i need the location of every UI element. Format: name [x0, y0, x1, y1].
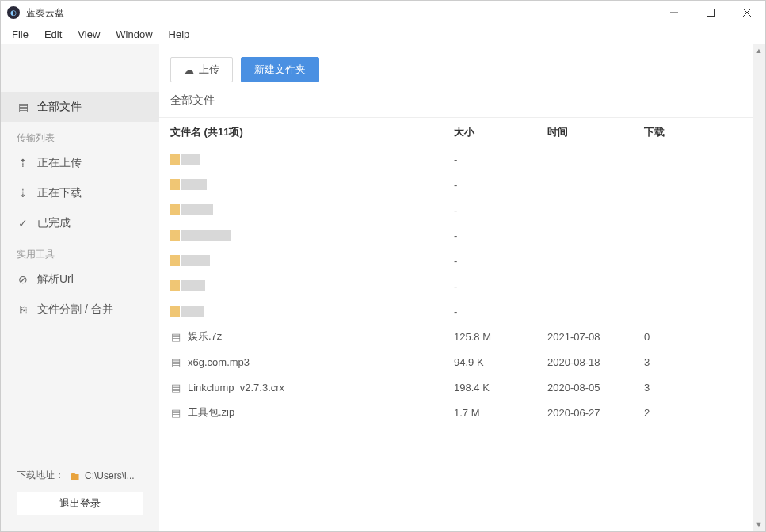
cell-download: 0 — [644, 331, 765, 343]
upload-icon: ⇡ — [17, 157, 29, 169]
cell-size: 1.7 M — [454, 407, 547, 419]
menu-view[interactable]: View — [70, 27, 108, 42]
cell-time: 2021-07-08 — [547, 331, 644, 343]
col-header-time[interactable]: 时间 — [547, 125, 644, 139]
app-icon: ◐ — [7, 6, 20, 19]
breadcrumb[interactable]: 全部文件 — [159, 90, 765, 117]
cell-name: x6g.com.mp3 — [188, 356, 250, 368]
cell-download: 3 — [644, 356, 765, 368]
upload-button[interactable]: ☁ 上传 — [170, 57, 233, 82]
cell-size: - — [454, 230, 547, 241]
file-icon: ▤ — [170, 382, 181, 393]
cloud-upload-icon: ☁ — [184, 64, 194, 76]
sidebar-item-uploading[interactable]: ⇡ 正在上传 — [1, 148, 159, 178]
sidebar: ▤ 全部文件 传输列表 ⇡ 正在上传 ⇣ 正在下载 ✓ 已完成 实用工具 ⊘ 解… — [1, 44, 159, 531]
sidebar-item-label: 全部文件 — [37, 100, 82, 114]
blurred-filename — [170, 154, 200, 165]
blurred-filename — [170, 306, 204, 317]
window-title: 蓝奏云盘 — [26, 6, 64, 20]
vertical-scrollbar[interactable]: ▲ ▼ — [753, 44, 765, 531]
table-row[interactable]: - — [159, 222, 765, 248]
link-icon: ⊘ — [17, 273, 29, 286]
table-row[interactable]: - — [159, 146, 765, 172]
menu-edit[interactable]: Edit — [36, 27, 70, 42]
split-icon: ⎘ — [17, 303, 29, 316]
menubar: File Edit View Window Help — [1, 25, 765, 44]
minimize-button[interactable] — [656, 1, 692, 25]
cell-download: 3 — [644, 382, 765, 393]
sidebar-item-parse-url[interactable]: ⊘ 解析Url — [1, 264, 159, 294]
download-icon: ⇣ — [17, 187, 29, 200]
col-header-size[interactable]: 大小 — [454, 125, 547, 139]
cell-size: - — [454, 255, 547, 267]
logout-button[interactable]: 退出登录 — [17, 492, 143, 515]
upload-button-label: 上传 — [199, 63, 219, 77]
sidebar-section-transfer: 传输列表 — [1, 122, 159, 148]
sidebar-item-label: 正在上传 — [37, 156, 82, 170]
maximize-button[interactable] — [692, 1, 729, 25]
check-icon: ✓ — [17, 217, 29, 230]
col-header-download[interactable]: 下载 — [644, 125, 765, 139]
table-row[interactable]: - — [159, 197, 765, 222]
blurred-filename — [170, 230, 231, 241]
table-header: 文件名 (共11项) 大小 时间 下载 — [159, 118, 765, 146]
blurred-filename — [170, 204, 213, 215]
table-row[interactable]: ▤娱乐.7z125.8 M2021-07-080 — [159, 324, 765, 349]
cell-size: 198.4 K — [454, 382, 547, 393]
table-row[interactable]: - — [159, 298, 765, 324]
cell-size: - — [454, 280, 547, 292]
titlebar: ◐ 蓝奏云盘 — [1, 1, 765, 25]
menu-help[interactable]: Help — [161, 27, 198, 42]
table-row[interactable]: - — [159, 273, 765, 298]
blurred-filename — [170, 255, 210, 266]
content-area: ☁ 上传 新建文件夹 全部文件 文件名 (共11项) 大小 时间 下载 ----… — [159, 44, 765, 531]
menu-file[interactable]: File — [4, 27, 36, 42]
cell-size: - — [454, 204, 547, 216]
cell-size: - — [454, 154, 547, 165]
sidebar-item-label: 解析Url — [37, 272, 74, 287]
file-icon: ▤ — [170, 356, 181, 368]
scroll-down-icon[interactable]: ▼ — [753, 519, 765, 531]
cell-time: 2020-06-27 — [547, 407, 644, 419]
sidebar-item-file-split[interactable]: ⎘ 文件分割 / 合并 — [1, 294, 159, 325]
folder-icon: ▤ — [17, 101, 29, 113]
blurred-filename — [170, 179, 207, 190]
download-path-label: 下载地址： — [17, 469, 64, 482]
table-row[interactable]: ▤Linkclump_v2.7.3.crx198.4 K2020-08-053 — [159, 374, 765, 400]
scroll-up-icon[interactable]: ▲ — [753, 44, 765, 57]
folder-icon: 🖿 — [69, 469, 80, 482]
close-button[interactable] — [729, 1, 765, 25]
cell-name: 娱乐.7z — [188, 329, 222, 344]
menu-window[interactable]: Window — [108, 27, 160, 42]
cell-size: - — [454, 306, 547, 317]
sidebar-item-downloading[interactable]: ⇣ 正在下载 — [1, 178, 159, 208]
sidebar-item-completed[interactable]: ✓ 已完成 — [1, 208, 159, 238]
col-header-name[interactable]: 文件名 (共11项) — [159, 125, 454, 139]
blurred-filename — [170, 280, 205, 291]
cell-time: 2020-08-18 — [547, 356, 644, 368]
cell-time: 2020-08-05 — [547, 382, 644, 393]
cell-download: 2 — [644, 407, 765, 419]
sidebar-item-label: 文件分割 / 合并 — [37, 302, 113, 317]
table-row[interactable]: ▤x6g.com.mp394.9 K2020-08-183 — [159, 349, 765, 374]
table-row[interactable]: ▤工具包.zip1.7 M2020-06-272 — [159, 400, 765, 425]
new-folder-button[interactable]: 新建文件夹 — [241, 57, 319, 82]
download-path[interactable]: 下载地址： 🖿 C:\Users\l... — [17, 469, 143, 482]
sidebar-item-label: 已完成 — [37, 216, 71, 230]
table-row[interactable]: - — [159, 248, 765, 273]
cell-size: 94.9 K — [454, 356, 547, 368]
sidebar-item-all-files[interactable]: ▤ 全部文件 — [1, 92, 159, 122]
file-icon: ▤ — [170, 407, 181, 419]
cell-name: 工具包.zip — [188, 405, 234, 420]
cell-size: 125.8 M — [454, 331, 547, 343]
cell-name: Linkclump_v2.7.3.crx — [188, 382, 284, 393]
toolbar: ☁ 上传 新建文件夹 — [159, 44, 765, 90]
file-table: 文件名 (共11项) 大小 时间 下载 -------▤娱乐.7z125.8 M… — [159, 117, 765, 531]
download-path-value: C:\Users\l... — [85, 470, 135, 481]
cell-size: - — [454, 179, 547, 191]
svg-rect-1 — [707, 10, 715, 17]
sidebar-section-tools: 实用工具 — [1, 238, 159, 264]
file-icon: ▤ — [170, 331, 181, 343]
sidebar-item-label: 正在下载 — [37, 186, 82, 200]
table-row[interactable]: - — [159, 172, 765, 197]
